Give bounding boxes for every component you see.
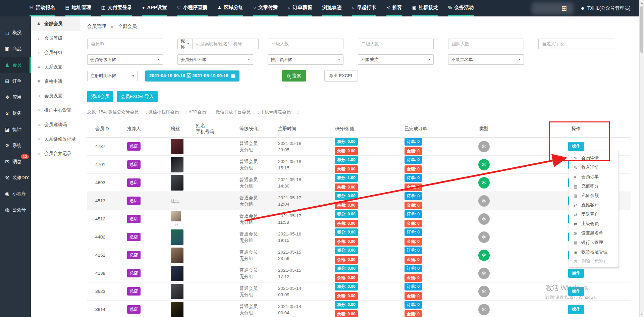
sidebar-item-订单[interactable]: ⊟ 订单 <box>0 73 31 89</box>
level-group-cell: 普通会员无分组 <box>231 210 270 228</box>
dropdown-item-设置黑名单[interactable]: ⊘ 设置黑名单 <box>569 228 619 238</box>
balance-badge: 余额: 0.00 <box>335 147 358 155</box>
level-group-cell: 普通会员无分组 <box>231 192 270 210</box>
sidebar-item-会员[interactable]: ♟ 会员 <box>0 57 31 73</box>
sort-icon: ↓ <box>36 36 41 41</box>
row-operation-button[interactable]: 操作 <box>568 269 584 278</box>
top-nav-item-早起打卡[interactable]: ○ 早起打卡 <box>352 0 376 16</box>
circle-icon: ○ <box>288 5 290 10</box>
dropdown-item-上级会员[interactable]: ⇄ 上级会员 <box>569 219 619 228</box>
orders-cell: 订单: 0 金额: 0 <box>376 210 446 228</box>
filter-input-一级人数[interactable] <box>268 39 343 49</box>
date-range-button[interactable]: 2021-04-19 09:18 至 2021-05-19 09:18 ▦ <box>145 70 239 82</box>
sidebar-item-消息[interactable]: ✉ 消息 12 <box>0 154 31 170</box>
register-time-cell: 2021-05-1517:12 <box>270 264 312 282</box>
dropdown-item-直推客户[interactable]: ⇄ 直推客户 <box>569 200 619 210</box>
points-balance-cell: 积分: 1.00 余额: 0.00 <box>312 156 376 174</box>
register-time-cell: 2021-05-1400:04 <box>270 301 312 317</box>
dropdown-item-删除（危险）[interactable]: ⊠ 删除（危险） <box>569 257 619 266</box>
top-nav-item-文章付费[interactable]: ○ 文章付费 <box>253 0 278 16</box>
user-menu[interactable]: ☻ TXHL(公众号管理员) <box>580 5 631 11</box>
row-operation-button[interactable]: 操作 <box>568 142 584 151</box>
scroll-down-arrow[interactable]: ▼ <box>640 312 644 317</box>
top-nav-item-会务活动[interactable]: % 会务活动 <box>448 0 474 16</box>
submenu-item-会员设置[interactable]: ○ 会员设置 <box>31 89 80 103</box>
scrollbar-thumb[interactable] <box>640 6 643 53</box>
top-nav-item-区域分红[interactable]: ♟ 区域分红 <box>218 0 244 16</box>
submenu-item-关系设置[interactable]: ≡ 关系设置 <box>31 60 80 74</box>
top-nav-item-活动报名[interactable]: % 活动报名 <box>30 0 55 16</box>
top-nav-item-浏览轨迹[interactable]: 浏览轨迹 <box>322 0 342 16</box>
dropdown-item-会员详情[interactable]: ✎ 会员详情 <box>569 153 619 163</box>
row-operation-button[interactable]: 操作 <box>568 305 584 314</box>
top-nav-item-小程序直播[interactable]: ♡ 小程序直播 <box>177 0 207 16</box>
dropdown-item-收货地址管理[interactable]: ▣ 收货地址管理 <box>569 247 619 257</box>
top-nav-item-订单飘窗[interactable]: ○ 订单飘窗 <box>288 0 312 16</box>
top-nav-item-APP设置[interactable]: ● APP设置 <box>142 0 167 16</box>
dropdown-item-充值积分[interactable]: ▤ 充值积分 <box>569 181 619 191</box>
sidebar-item-小程序[interactable]: ◉ 小程序 <box>0 186 31 202</box>
dropdown-item-银行卡管理[interactable]: ▤ 银行卡管理 <box>569 238 619 247</box>
member-id-cell: 4737 <box>87 138 119 156</box>
dropdown-item-充值余额[interactable]: ▥ 充值余额 <box>569 191 619 200</box>
fan-avatar <box>171 284 183 299</box>
export-excel-button[interactable]: 导出 EXCEL <box>324 70 358 82</box>
name-cell <box>188 301 231 317</box>
member-id-input[interactable] <box>87 39 163 49</box>
scroll-up-arrow[interactable]: ▲ <box>640 0 644 5</box>
top-nav-item-推客[interactable]: ≺ 推客 <box>386 0 402 16</box>
filter-select-会员分组不限[interactable]: 会员分组不限 ▼ <box>177 54 253 65</box>
filter-input-自定义字段[interactable] <box>538 39 614 49</box>
edit-icon: ✎ <box>574 165 579 170</box>
sidebar-item-应用[interactable]: ❖ 应用 <box>0 89 31 105</box>
submenu-item-会员等级[interactable]: ↓ 会员等级 <box>31 31 80 45</box>
dropdown-item-会员订单[interactable]: ≡ 会员订单 <box>569 172 619 181</box>
breadcrumb-section[interactable]: 会员管理 <box>87 23 106 30</box>
member-submenu: ♟ 全部会员 ↓ 会员等级 ↓ 会员分组 ≡ 关系设置 ≡ 资格申请 ○ 会员设… <box>31 16 80 317</box>
add-member-button[interactable]: 添加会员 <box>87 91 113 102</box>
balance-badge: 余额: 0.00 <box>335 256 358 264</box>
sidebar-item-统计[interactable]: ◪ 统计 <box>0 121 31 138</box>
sidebar-item-系统[interactable]: ⚙ 系统 <box>0 138 31 154</box>
sidebar-item-公众号[interactable]: ◍ 公众号 <box>0 202 31 218</box>
sidebar-item-装修DIY[interactable]: ⚒ 装修DIY <box>0 170 31 186</box>
submenu-item-会员合并记录[interactable]: ○ 会员合并记录 <box>31 146 80 161</box>
filter-input-团队人数[interactable] <box>448 39 524 49</box>
exchange-icon: ⇄ <box>574 212 579 217</box>
submenu-item-关系链修改记录[interactable]: ○ 关系链修改记录 <box>31 132 80 146</box>
official-account-icon: ◍ <box>4 207 10 213</box>
dropdown-item-收入详情[interactable]: ✎ 收入详情 <box>569 163 619 172</box>
sidebar-item-财务[interactable]: ¥ 财务 <box>0 105 31 121</box>
level-group-cell: 普通会员无分组 <box>231 138 270 156</box>
vertical-scrollbar[interactable]: ▲ ▼ <box>639 0 644 317</box>
row-operation-button[interactable]: 操作 <box>568 287 584 296</box>
users-icon: ♟ <box>36 21 41 26</box>
top-nav-item-社群接龙[interactable]: ▣ 社群接龙 <box>412 0 438 16</box>
submenu-item-会员分组[interactable]: ↓ 会员分组 <box>31 45 80 60</box>
alipay-icon: ◫ <box>101 5 105 10</box>
filter-select-会员等级不限[interactable]: 会员等级不限 ▼ <box>87 54 163 65</box>
submenu-item-会员邀请码[interactable]: ○ 会员邀请码 <box>31 117 80 132</box>
image-icon: ▣ <box>412 5 416 10</box>
fan-avatar <box>171 229 183 245</box>
member-stats-summary: 总数: 154; 微信公众号会员: ... ; 微信小程序会员: ... ; A… <box>87 109 639 115</box>
submenu-item-全部会员[interactable]: ♟ 全部会员 <box>31 16 80 31</box>
search-button[interactable]: 搜索 <box>282 70 306 82</box>
top-nav-item-地址管理[interactable]: ▤ 地址管理 <box>65 0 91 16</box>
filter-select-不限关注[interactable]: 不限关注 ▼ <box>358 54 434 65</box>
submenu-item-推广中心设置[interactable]: ○ 推广中心设置 <box>31 103 80 117</box>
referrer-badge: 总店 <box>127 215 141 223</box>
nickname-type-select[interactable]: 昵称 ▼ <box>177 39 192 49</box>
filter-select-推广员不限[interactable]: 推广员不限 ▼ <box>268 54 343 65</box>
submenu-item-资格申请[interactable]: ≡ 资格申请 <box>31 74 80 89</box>
sidebar-item-商品[interactable]: ▣ 商品 <box>0 41 31 57</box>
orders-cell: 订单: 0 金额: 0 <box>376 192 446 210</box>
nickname-search-input[interactable] <box>192 39 259 49</box>
dropdown-item-团队客户[interactable]: ⇄ 团队客户 <box>569 210 619 219</box>
register-time-select[interactable]: 注册时间不限 ▼ <box>87 71 138 81</box>
top-nav-item-支付宝登录[interactable]: ◫ 支付宝登录 <box>101 0 132 16</box>
filter-input-二级人数[interactable] <box>358 39 434 49</box>
sidebar-item-概况[interactable]: □ 概况 <box>0 25 31 41</box>
filter-select-不限黑名单[interactable]: 不限黑名单 ▼ <box>448 54 524 65</box>
member-excel-import-button[interactable]: 会员EXCEL导入 <box>117 91 158 102</box>
